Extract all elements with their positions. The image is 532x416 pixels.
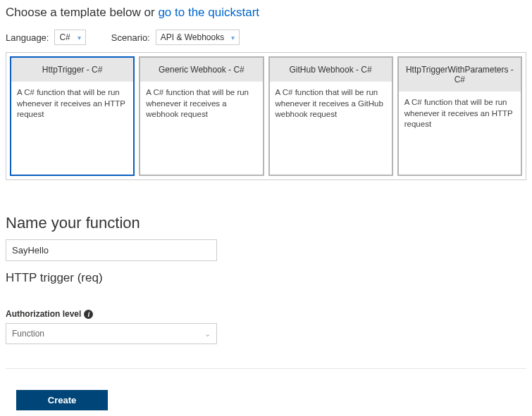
auth-level-value: Function [12,329,44,339]
name-function-heading: Name your function [6,214,526,232]
scenario-value: API & Webhooks [161,32,225,42]
instruction-prefix: Choose a template below or [6,6,158,19]
template-card-title: HttpTrigger - C# [11,58,133,82]
scenario-label: Scenario: [111,32,150,43]
info-icon[interactable]: i [84,310,93,319]
divider [6,368,526,369]
template-card-title: Generic Webhook - C# [140,58,262,82]
template-card[interactable]: HttpTriggerWithParameters - C#A C# funct… [397,56,522,176]
template-card[interactable]: HttpTrigger - C#A C# function that will … [10,56,135,176]
template-card-desc: A C# function that will be run whenever … [11,82,133,126]
template-card-desc: A C# function that will be run whenever … [140,82,262,126]
page-instruction: Choose a template below or go to the qui… [6,6,526,20]
function-name-input[interactable] [6,239,217,261]
quickstart-link[interactable]: go to the quickstart [158,6,259,19]
chevron-down-icon: ▾ [231,34,235,42]
template-card-desc: A C# function that will be run whenever … [399,92,521,136]
language-value: C# [59,32,70,42]
scenario-dropdown[interactable]: API & Webhooks ▾ [156,30,240,45]
template-card-title: GitHub Webhook - C# [270,58,392,82]
auth-level-label: Authorization level i [6,309,526,319]
trigger-heading: HTTP trigger (req) [6,271,526,285]
template-card-desc: A C# function that will be run whenever … [270,82,392,126]
chevron-down-icon: ▾ [78,34,81,42]
auth-level-dropdown[interactable]: Function ⌄ [6,323,217,344]
language-label: Language: [6,32,49,43]
template-card[interactable]: Generic Webhook - C#A C# function that w… [139,56,264,176]
filter-row: Language: C# ▾ Scenario: API & Webhooks … [6,30,526,45]
template-card[interactable]: GitHub Webhook - C#A C# function that wi… [268,56,393,176]
language-dropdown[interactable]: C# ▾ [54,30,85,45]
chevron-down-icon: ⌄ [204,329,211,339]
create-button[interactable]: Create [16,390,108,410]
auth-level-text: Authorization level [6,309,81,319]
template-card-title: HttpTriggerWithParameters - C# [399,58,521,92]
template-gallery: HttpTrigger - C#A C# function that will … [6,52,526,180]
